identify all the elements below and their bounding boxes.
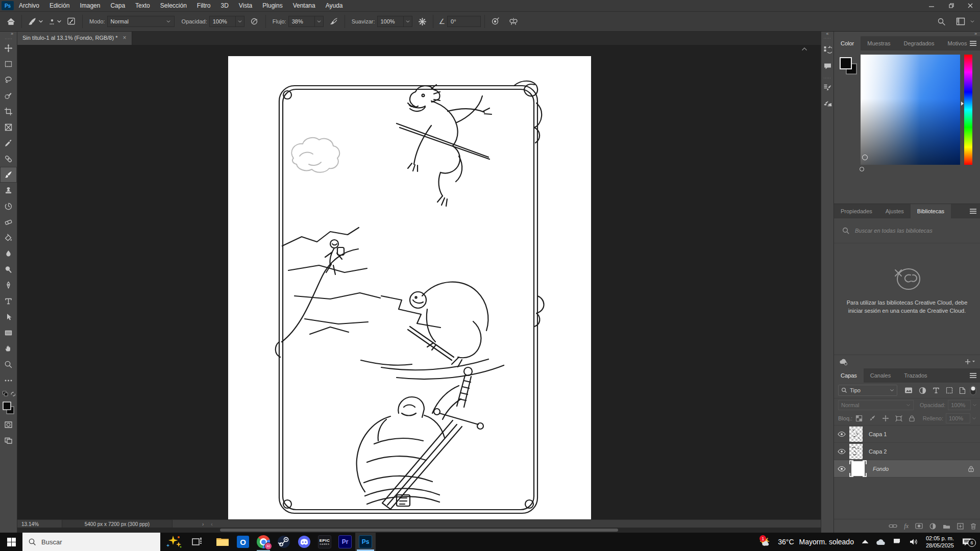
smoothing-dropdown[interactable] [404,16,412,27]
layer-blend-mode-select[interactable]: Normal [838,400,914,410]
workspace-chevron-icon[interactable] [970,19,975,23]
layer-row-fondo[interactable]: Fondo [834,460,980,478]
filter-smart-objects-icon[interactable] [959,387,966,394]
quick-mask-icon[interactable] [0,417,17,433]
layer-thumbnail-capa2[interactable] [849,444,863,459]
libraries-search[interactable]: Buscar en todas las bibliotecas [834,218,980,243]
layer-filter-toggle[interactable] [970,385,976,395]
menu-3d[interactable]: 3D [215,2,233,9]
tab-motivos[interactable]: Motivos [941,36,973,51]
layer-visibility-capa2[interactable] [834,448,849,455]
brush-tool[interactable] [0,167,17,183]
copilot-button[interactable] [160,533,187,551]
healing-brush-tool[interactable] [0,151,17,167]
tab-color[interactable]: Color [834,36,861,51]
menu-texto[interactable]: Texto [130,2,155,9]
eyedropper-tool[interactable] [0,135,17,151]
layer-thumbnail-fondo[interactable] [849,460,867,477]
cloud-sync-icon[interactable] [839,358,848,365]
history-panel-icon[interactable] [821,43,834,56]
pressure-size-icon[interactable] [488,14,503,29]
document-tab[interactable]: Sin título-1 al 13.1% (Fondo, RGB/8) * × [17,31,132,45]
tab-degradados[interactable]: Degradados [897,36,941,51]
lock-transparency-icon[interactable] [855,415,863,422]
home-icon[interactable] [4,14,18,29]
crop-tool[interactable] [0,104,17,119]
network-icon[interactable] [890,538,906,545]
lock-all-icon[interactable] [909,415,915,422]
eraser-tool[interactable] [0,214,17,230]
chrome-button[interactable]: H [253,533,274,551]
weather-desc-label[interactable]: Mayorm. soleado [796,538,858,546]
hue-slider-marker[interactable] [961,102,964,106]
pen-tool[interactable] [0,278,17,293]
lasso-tool[interactable] [0,72,17,88]
hue-slider[interactable] [964,55,972,165]
layer-thumbnail-capa1[interactable] [849,427,863,442]
premiere-button[interactable]: Pr [335,533,355,551]
move-tool[interactable] [0,40,17,56]
canvas-viewport[interactable] [17,45,821,519]
layers-panel-menu-icon[interactable] [970,373,976,379]
paint-symmetry-icon[interactable] [506,14,521,29]
type-tool[interactable] [0,293,17,309]
canvas-scroll-up-icon[interactable] [801,47,807,51]
hand-tool[interactable] [0,341,17,357]
menu-ayuda[interactable]: Ayuda [321,2,348,9]
filter-type-layers-icon[interactable] [933,387,940,394]
brushes-panel-icon[interactable] [821,97,834,110]
flow-value-field[interactable]: 38% [288,16,315,27]
layer-visibility-capa1[interactable] [834,431,849,437]
clock[interactable]: 02:05 p. m. 28/05/2025 [922,535,958,549]
history-brush-tool[interactable] [0,198,17,214]
clone-stamp-tool[interactable] [0,183,17,198]
filter-pixel-layers-icon[interactable] [904,387,913,394]
paint-bucket-tool[interactable] [0,230,17,246]
status-chevron-left[interactable]: ‹ [211,521,212,527]
brush-settings-panel-icon[interactable] [821,81,834,94]
opacity-dropdown[interactable] [236,16,244,27]
smoothing-value-field[interactable]: 100% [377,16,404,27]
toolbar-grip[interactable] [5,38,12,39]
task-view-button[interactable] [187,533,207,551]
lock-position-icon[interactable] [882,415,889,422]
quick-selection-tool[interactable] [0,88,17,104]
brush-angle-field[interactable]: 0° [447,16,481,27]
restore-button[interactable] [941,0,961,11]
new-group-icon[interactable] [943,523,950,529]
workspace-switcher-icon[interactable] [953,14,968,29]
menu-edicion[interactable]: Edición [44,2,75,9]
file-explorer-button[interactable] [212,533,233,551]
tab-capas[interactable]: Capas [834,368,864,383]
brush-tool-preset-icon[interactable] [26,14,46,29]
color-field[interactable] [861,55,960,165]
add-mask-icon[interactable] [915,523,923,529]
libraries-panel-menu-icon[interactable] [970,209,976,215]
add-library-button[interactable] [964,358,975,365]
rectangular-marquee-tool[interactable] [0,56,17,72]
comments-panel-icon[interactable] [821,59,834,72]
zoom-level[interactable]: 13.14% [17,521,39,527]
blur-tool[interactable] [0,246,17,262]
volume-icon[interactable] [906,538,922,545]
layer-lock-icon[interactable] [968,465,974,472]
tab-trazados[interactable]: Trazados [897,368,934,383]
color-panel-menu-icon[interactable] [970,41,976,47]
discord-button[interactable] [294,533,314,551]
tray-expand-icon[interactable] [858,540,872,544]
color-swatches-widget[interactable] [839,57,860,77]
layer-name[interactable]: Fondo [873,466,889,472]
adjustment-layer-icon[interactable] [929,523,936,530]
dodge-tool[interactable] [0,262,17,278]
photoshop-button[interactable]: Ps [355,533,376,551]
layer-row-capa2[interactable]: Capa 2 [834,443,980,460]
menu-plugins[interactable]: Plugins [257,2,287,9]
layer-row-capa1[interactable]: Capa 1 [834,425,980,443]
tab-propiedades[interactable]: Propiedades [834,204,879,218]
notification-center-button[interactable]: 6 [958,538,977,546]
lock-pixels-icon[interactable] [869,415,876,422]
opacity-value-field[interactable]: 100% [209,16,236,27]
pressure-opacity-icon[interactable] [248,14,262,29]
tab-bibliotecas[interactable]: Bibliotecas [911,204,951,218]
menu-filtro[interactable]: Filtro [192,2,216,9]
